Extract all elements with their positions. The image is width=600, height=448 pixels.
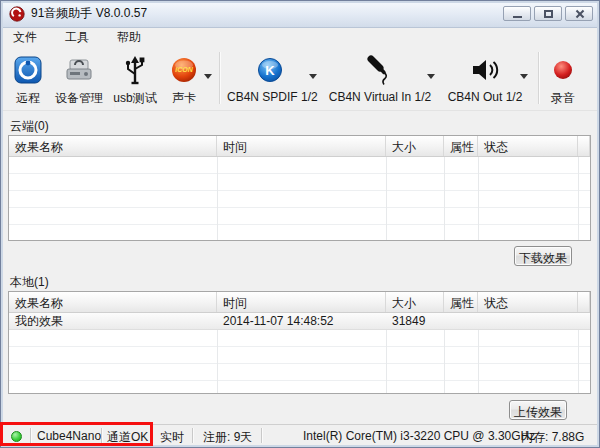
minimize-button[interactable]: [503, 6, 531, 21]
toolbar-soundcard-label: 声卡: [161, 90, 207, 107]
soundcard-icon: iCON: [161, 50, 207, 90]
soundcard-dropdown-icon[interactable]: [204, 74, 212, 79]
table-row[interactable]: 我的效果 2014-11-07 14:48:52 31849: [9, 313, 590, 330]
row-size-cell: 31849: [386, 314, 444, 328]
status-memory: 内存: 7.88G: [521, 429, 584, 446]
status-ok-icon: [11, 431, 22, 442]
cloud-col-attr[interactable]: 属性: [444, 136, 478, 156]
maximize-button[interactable]: [534, 6, 562, 21]
toolbar-spdif-label: CB4N SPDIF 1/2: [227, 90, 313, 104]
toolbar-out-button[interactable]: CB4N Out 1/2: [444, 50, 526, 104]
cloud-col-status[interactable]: 状态: [478, 136, 578, 156]
titlebar: 91音频助手 V8.0.0.57: [0, 0, 600, 28]
toolbar-spdif-button[interactable]: K CB4N SPDIF 1/2: [227, 50, 313, 104]
cloud-table: 效果名称 时间 大小 属性 状态: [8, 135, 591, 241]
app-logo-icon: [9, 6, 25, 22]
local-col-extra: [578, 292, 590, 312]
menu-file[interactable]: 文件: [3, 27, 47, 48]
toolbar-device-manager-button[interactable]: 设备管理: [50, 50, 108, 107]
toolbar-usb-test-label: usb测试: [109, 90, 161, 107]
local-table: 效果名称 时间 大小 属性 状态 我的效果 2014-11-07 14:48:5…: [8, 291, 591, 394]
cloud-col-size[interactable]: 大小: [386, 136, 444, 156]
toolbar-remote-label: 远程: [6, 90, 50, 107]
local-table-header: 效果名称 时间 大小 属性 状态: [9, 292, 590, 313]
menu-tools[interactable]: 工具: [55, 27, 99, 48]
local-table-body[interactable]: 我的效果 2014-11-07 14:48:52 31849: [9, 313, 590, 393]
record-icon: [542, 50, 584, 90]
cloud-col-name[interactable]: 效果名称: [9, 136, 217, 156]
row-name-cell: 我的效果: [9, 313, 217, 330]
speaker-icon: [444, 50, 526, 90]
cloud-col-extra: [578, 136, 590, 156]
local-section-label: 本地(1): [10, 274, 49, 291]
menu-help[interactable]: 帮助: [107, 27, 151, 48]
upload-effects-button[interactable]: 上传效果: [509, 400, 567, 420]
cloud-table-body[interactable]: [9, 157, 590, 240]
k-badge-icon: K: [227, 50, 313, 90]
microphone-icon: [327, 50, 433, 90]
device-manager-icon: [50, 50, 108, 90]
status-channel: 通道OK: [107, 429, 148, 446]
spdif-dropdown-icon[interactable]: [309, 74, 317, 79]
local-col-status[interactable]: 状态: [478, 292, 578, 312]
toolbar-virtual-in-label: CB4N Virtual In 1/2: [327, 90, 433, 104]
close-button[interactable]: [565, 6, 593, 21]
local-col-size[interactable]: 大小: [386, 292, 444, 312]
download-effects-button[interactable]: 下载效果: [514, 246, 572, 266]
toolbar-device-manager-label: 设备管理: [50, 90, 108, 107]
status-mode: 实时: [160, 429, 184, 446]
toolbar: 远程 设备管理 usb测试: [3, 48, 597, 111]
cloud-table-header: 效果名称 时间 大小 属性 状态: [9, 136, 590, 157]
toolbar-usb-test-button[interactable]: usb测试: [109, 50, 161, 107]
status-bar: Cube4Nano 通道OK 实时 注册: 9天 Intel(R) Core(T…: [3, 424, 597, 445]
local-col-attr[interactable]: 属性: [444, 292, 478, 312]
local-col-time[interactable]: 时间: [217, 292, 386, 312]
toolbar-record-button[interactable]: 录音: [542, 50, 584, 107]
toolbar-soundcard-button[interactable]: iCON 声卡: [161, 50, 207, 107]
window-title: 91音频助手 V8.0.0.57: [31, 5, 147, 22]
cloud-col-time[interactable]: 时间: [217, 136, 386, 156]
virtual-in-dropdown-icon[interactable]: [427, 74, 435, 79]
usb-icon: [109, 50, 161, 90]
toolbar-remote-button[interactable]: 远程: [6, 50, 50, 107]
svg-text:iCON: iCON: [175, 66, 193, 73]
out-dropdown-icon[interactable]: [520, 74, 528, 79]
toolbar-out-label: CB4N Out 1/2: [444, 90, 526, 104]
local-col-name[interactable]: 效果名称: [9, 292, 217, 312]
toolbar-virtual-in-button[interactable]: CB4N Virtual In 1/2: [327, 50, 433, 104]
toolbar-separator: [219, 52, 220, 104]
cloud-section-label: 云端(0): [10, 118, 49, 135]
status-register: 注册: 9天: [203, 429, 252, 446]
svg-text:K: K: [265, 63, 275, 78]
toolbar-record-label: 录音: [542, 90, 584, 107]
row-time-cell: 2014-11-07 14:48:52: [217, 314, 386, 328]
toolbar-separator: [538, 52, 539, 104]
status-device: Cube4Nano: [37, 429, 101, 443]
status-cpu: Intel(R) Core(TM) i3-3220 CPU @ 3.30GHz: [303, 429, 535, 443]
menu-bar: 文件 工具 帮助: [3, 28, 597, 47]
remote-icon: [6, 50, 50, 90]
